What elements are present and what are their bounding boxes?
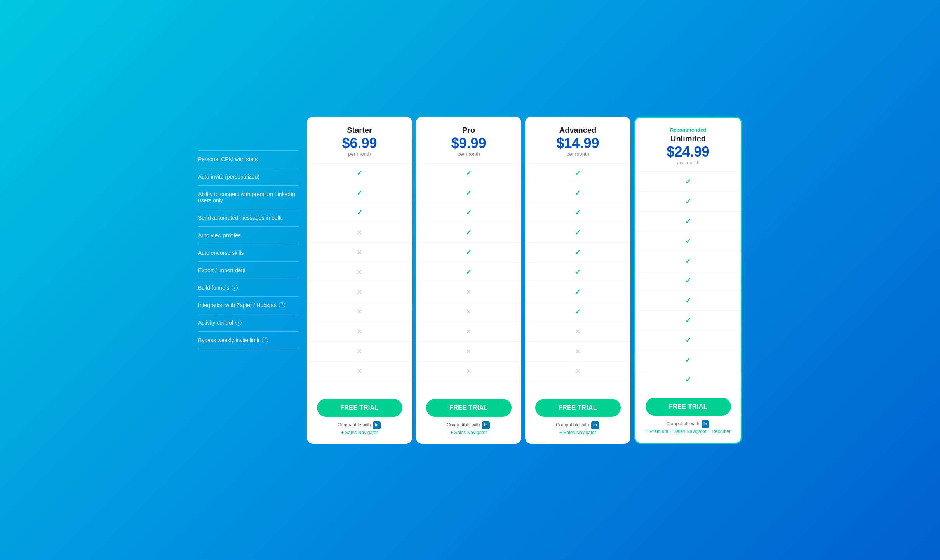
feature-cell-advanced-10: ✕ [525, 362, 630, 381]
linkedin-icon: in [482, 421, 490, 429]
check-icon: ✓ [466, 248, 472, 257]
check-icon: ✓ [685, 277, 691, 285]
feature-label: Auto view profiles [198, 232, 241, 238]
feature-cell-starter-3: ✕ [307, 223, 412, 243]
plan-price-unlimited: $24.99 [642, 145, 735, 159]
feature-cell-advanced-6: ✓ [525, 282, 630, 302]
feature-label: Build funnels [198, 285, 229, 291]
feature-cell-unlimited-0: ✓ [635, 172, 741, 192]
compat-extra-label: + Premium + Sales Navigator + Recruiter [646, 428, 731, 435]
feature-cell-starter-8: ✕ [307, 322, 412, 342]
feature-cell-unlimited-7: ✓ [635, 311, 741, 330]
feature-cell-starter-6: ✕ [307, 282, 412, 302]
plans-grid: Starter$6.99per month✓✓✓✕✕✕✕✕✕✕✕FREE TRI… [307, 117, 742, 444]
feature-cell-starter-9: ✕ [307, 342, 412, 362]
feature-cell-advanced-8: ✕ [525, 322, 630, 342]
check-icon: ✓ [357, 189, 362, 197]
plan-card-pro: Pro$9.99per month✓✓✓✓✓✓✕✕✕✕✕FREE TRIALCo… [416, 117, 521, 444]
free-trial-button-pro[interactable]: FREE TRIAL [426, 399, 512, 417]
feature-item: Send automated messages in bulk [198, 209, 299, 227]
plan-features-advanced: ✓✓✓✓✓✓✓✓✕✕✕ [525, 163, 630, 391]
feature-item: Auto view profiles [198, 227, 299, 244]
feature-item: Personal CRM with stats [198, 150, 299, 168]
feature-cell-advanced-0: ✓ [525, 163, 630, 183]
linkedin-icon: in [373, 421, 381, 429]
check-icon: ✓ [575, 248, 581, 257]
free-trial-button-advanced[interactable]: FREE TRIAL [535, 399, 621, 417]
check-icon: ✓ [685, 356, 691, 364]
feature-cell-advanced-7: ✓ [525, 302, 630, 322]
check-icon: ✓ [685, 336, 691, 344]
pricing-container: Personal CRM with statsAuto invite (pers… [198, 117, 742, 444]
plan-period-starter: per month [313, 151, 406, 157]
info-icon[interactable]: i [232, 285, 238, 291]
cross-icon: ✕ [357, 347, 362, 356]
check-icon: ✓ [685, 197, 691, 206]
check-icon: ✓ [685, 296, 691, 305]
cross-icon: ✕ [357, 248, 362, 257]
feature-cell-starter-5: ✕ [307, 263, 412, 282]
feature-cell-unlimited-1: ✓ [635, 192, 741, 212]
feature-list: Personal CRM with statsAuto invite (pers… [198, 150, 299, 349]
check-icon: ✓ [685, 257, 691, 265]
feature-cell-pro-1: ✓ [416, 183, 521, 203]
feature-label: Export / import data [198, 267, 245, 273]
plan-period-pro: per month [422, 151, 515, 157]
free-trial-button-starter[interactable]: FREE TRIAL [317, 399, 402, 417]
feature-label: Integration with Zapier / Hubspot [198, 302, 277, 308]
compat-text-pro: Compatible with in+ Sales Navigator [447, 421, 491, 436]
compat-main-label: Compatible with [447, 422, 481, 428]
feature-label: Ability to connect with premium LinkedIn… [198, 191, 299, 203]
compat-main-label: Compatible with [556, 422, 590, 428]
compat-extra-label: + Sales Navigator [556, 429, 600, 436]
cross-icon: ✕ [466, 288, 472, 296]
linkedin-icon: in [702, 420, 709, 428]
check-icon: ✓ [466, 268, 472, 277]
cross-icon: ✕ [357, 308, 362, 316]
feature-label: Send automated messages in bulk [198, 215, 282, 221]
feature-label: Auto endorse skills [198, 250, 244, 256]
check-icon: ✓ [466, 228, 472, 237]
feature-label: Auto invite (personalized) [198, 174, 259, 180]
feature-cell-unlimited-3: ✓ [635, 231, 741, 251]
feature-cell-advanced-3: ✓ [525, 223, 630, 243]
feature-item: Integration with Zapier / Hubspoti [198, 297, 299, 314]
feature-item: Bypass weekly invite limiti [198, 332, 299, 349]
feature-cell-advanced-9: ✕ [525, 342, 630, 362]
check-icon: ✓ [575, 169, 581, 177]
info-icon[interactable]: i [279, 302, 285, 308]
plan-card-advanced: Advanced$14.99per month✓✓✓✓✓✓✓✓✕✕✕FREE T… [525, 117, 630, 444]
feature-item: Ability to connect with premium LinkedIn… [198, 186, 299, 209]
info-icon[interactable]: i [235, 320, 242, 326]
feature-label: Activity control [198, 320, 233, 326]
feature-cell-unlimited-2: ✓ [635, 212, 741, 231]
feature-cell-unlimited-5: ✓ [635, 271, 741, 291]
feature-cell-pro-9: ✕ [416, 342, 521, 362]
cross-icon: ✕ [466, 308, 472, 316]
plan-features-unlimited: ✓✓✓✓✓✓✓✓✓✓✓ [635, 172, 741, 390]
feature-cell-unlimited-6: ✓ [635, 291, 741, 311]
feature-cell-advanced-2: ✓ [525, 203, 630, 223]
plan-footer-pro: FREE TRIALCompatible with in+ Sales Navi… [416, 391, 521, 444]
cross-icon: ✕ [357, 228, 362, 237]
feature-cell-pro-10: ✕ [416, 362, 521, 381]
check-icon: ✓ [685, 237, 691, 245]
cross-icon: ✕ [575, 347, 581, 356]
check-icon: ✓ [575, 228, 581, 237]
feature-cell-starter-10: ✕ [307, 362, 412, 381]
info-icon[interactable]: i [262, 337, 268, 343]
feature-cell-pro-2: ✓ [416, 203, 521, 223]
feature-cell-starter-4: ✕ [307, 243, 412, 263]
compat-extra-label: + Sales Navigator [447, 429, 491, 436]
compat-extra-label: + Sales Navigator [338, 429, 381, 436]
check-icon: ✓ [466, 189, 472, 197]
feature-cell-advanced-4: ✓ [525, 243, 630, 263]
cross-icon: ✕ [466, 367, 472, 376]
feature-cell-advanced-1: ✓ [525, 183, 630, 203]
feature-item: Build funnelsi [198, 279, 299, 297]
recommended-badge: Recommended [642, 127, 735, 133]
free-trial-button-unlimited[interactable]: FREE TRIAL [646, 398, 731, 416]
feature-label: Personal CRM with stats [198, 156, 258, 162]
feature-cell-unlimited-10: ✓ [635, 370, 741, 390]
check-icon: ✓ [685, 177, 691, 186]
